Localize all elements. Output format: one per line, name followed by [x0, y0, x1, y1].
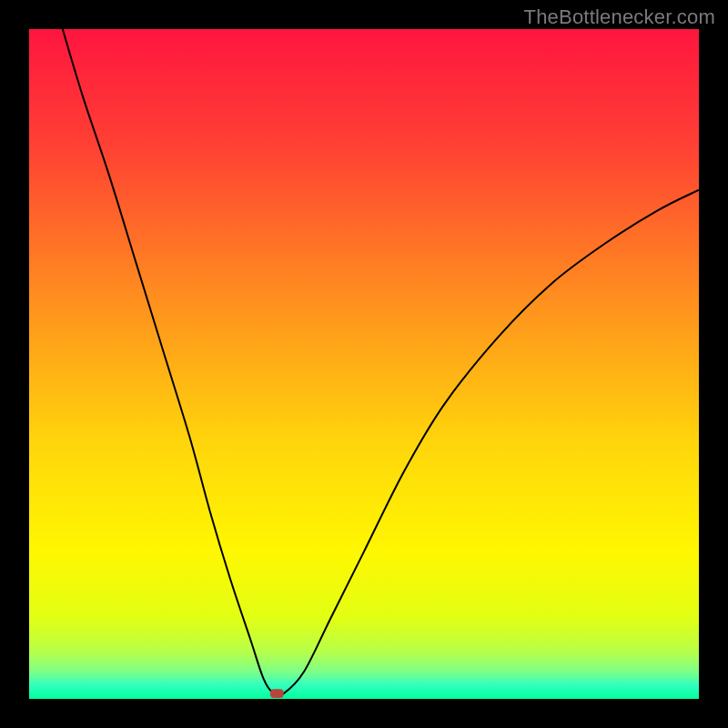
watermark-text: TheBottlenecker.com [524, 5, 715, 29]
optimal-point-marker [270, 689, 284, 698]
chart-frame: TheBottlenecker.com [0, 0, 728, 728]
chart-svg [29, 29, 699, 699]
chart-background [29, 29, 699, 699]
chart-plot-area [29, 29, 699, 699]
